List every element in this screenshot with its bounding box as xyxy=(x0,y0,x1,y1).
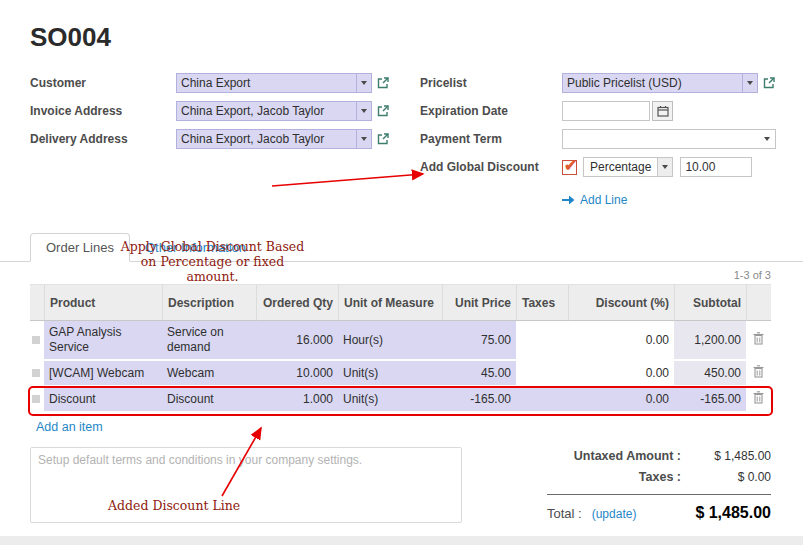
page-title: SO004 xyxy=(30,22,803,53)
form-area: Customer China Export Invoice Address Ch… xyxy=(30,73,773,209)
delete-line-button[interactable] xyxy=(746,361,771,387)
cell-unit-price[interactable]: -165.00 xyxy=(442,387,516,413)
cell-discount[interactable]: 0.00 xyxy=(568,361,674,387)
delivery-address-dropdown-button[interactable] xyxy=(356,130,371,148)
invoice-address-dropdown-button[interactable] xyxy=(356,102,371,120)
drag-handle-icon xyxy=(32,336,40,344)
calendar-icon xyxy=(657,105,669,117)
external-link-icon xyxy=(376,132,390,146)
discount-amount-input[interactable] xyxy=(680,157,752,177)
cell-unit-of-measure[interactable]: Hour(s) xyxy=(338,321,442,361)
col-discount: Discount (%) xyxy=(568,284,674,321)
expiration-date-input[interactable] xyxy=(562,101,650,121)
order-line-row-2[interactable]: [WCAM] Webcam Webcam 10.000 Unit(s) 45.0… xyxy=(30,361,771,387)
pricelist-label: Pricelist xyxy=(420,76,562,90)
cell-taxes[interactable] xyxy=(516,387,568,413)
drag-handle-icon xyxy=(32,369,40,377)
pricelist-external-link-button[interactable] xyxy=(762,76,776,90)
delete-line-button[interactable] xyxy=(746,387,771,413)
sale-order-form: SO004 Customer China Export Invoice Addr… xyxy=(0,0,803,545)
global-discount-label: Add Global Discount xyxy=(420,160,562,174)
chevron-down-icon xyxy=(361,81,367,85)
col-ordered-qty: Ordered Qty xyxy=(256,284,338,321)
update-total-link[interactable]: (update) xyxy=(592,507,637,521)
customer-field[interactable]: China Export xyxy=(176,73,372,93)
order-line-row-1[interactable]: GAP Analysis Service Service on demand 1… xyxy=(30,321,771,361)
payment-term-select[interactable] xyxy=(562,129,776,149)
cell-subtotal: -165.00 xyxy=(674,387,746,413)
cell-description[interactable]: Service on demand xyxy=(162,321,256,361)
col-product: Product xyxy=(44,284,162,321)
col-unit-of-measure: Unit of Measure xyxy=(338,284,442,321)
terms-notes-input[interactable]: Setup default terms and conditions in yo… xyxy=(30,447,462,523)
footer-strip xyxy=(0,536,803,545)
cell-ordered-qty[interactable]: 10.000 xyxy=(256,361,338,387)
external-link-icon xyxy=(376,76,390,90)
delivery-address-external-link-button[interactable] xyxy=(376,132,390,146)
expiration-date-label: Expiration Date xyxy=(420,104,562,118)
cell-product[interactable]: Discount xyxy=(44,387,162,413)
total-row: Total : (update) $ 1,485.00 xyxy=(547,504,771,522)
cell-unit-of-measure[interactable]: Unit(s) xyxy=(338,361,442,387)
cell-description[interactable]: Discount xyxy=(162,387,256,413)
delivery-address-field-row: Delivery Address China Export, Jacob Tay… xyxy=(30,129,420,149)
calendar-button[interactable] xyxy=(652,101,673,121)
trash-icon xyxy=(753,365,764,378)
pricelist-field[interactable]: Public Pricelist (USD) xyxy=(562,73,758,93)
invoice-address-field[interactable]: China Export, Jacob Taylor xyxy=(176,101,372,121)
pricelist-field-row: Pricelist Public Pricelist (USD) xyxy=(420,73,776,93)
cell-ordered-qty[interactable]: 1.000 xyxy=(256,387,338,413)
cell-unit-price[interactable]: 75.00 xyxy=(442,321,516,361)
cell-taxes[interactable] xyxy=(516,321,568,361)
cell-unit-price[interactable]: 45.00 xyxy=(442,361,516,387)
discount-type-value: Percentage xyxy=(584,160,657,174)
cell-product[interactable]: GAP Analysis Service xyxy=(44,321,162,361)
cell-taxes[interactable] xyxy=(516,361,568,387)
cell-subtotal: 1,200.00 xyxy=(674,321,746,361)
cell-discount[interactable]: 0.00 xyxy=(568,387,674,413)
external-link-icon xyxy=(376,104,390,118)
trash-icon xyxy=(753,332,764,345)
untaxed-amount-label: Untaxed Amount : xyxy=(574,449,681,463)
untaxed-amount-value: $ 1,485.00 xyxy=(681,449,771,463)
col-subtotal: Subtotal xyxy=(674,284,746,321)
invoice-address-external-link-button[interactable] xyxy=(376,104,390,118)
invoice-address-value: China Export, Jacob Taylor xyxy=(177,104,356,118)
row-drag-handle[interactable] xyxy=(30,321,44,361)
pricelist-dropdown-button[interactable] xyxy=(742,74,757,92)
order-lines-table: Product Description Ordered Qty Unit of … xyxy=(30,284,771,413)
row-drag-handle[interactable] xyxy=(30,387,44,413)
col-actions xyxy=(746,284,771,321)
cell-description[interactable]: Webcam xyxy=(162,361,256,387)
trash-icon xyxy=(753,391,764,404)
drag-handle-icon xyxy=(32,395,40,403)
annotation-global-discount: Apply Global Discount Based on Percentag… xyxy=(115,239,310,284)
discount-type-dropdown-button[interactable] xyxy=(657,158,672,176)
chevron-down-icon xyxy=(747,81,753,85)
row-drag-handle[interactable] xyxy=(30,361,44,387)
add-an-item-link[interactable]: Add an item xyxy=(36,420,103,434)
customer-field-row: Customer China Export xyxy=(30,73,420,93)
chevron-down-icon xyxy=(662,165,668,169)
cell-ordered-qty[interactable]: 16.000 xyxy=(256,321,338,361)
delivery-address-field[interactable]: China Export, Jacob Taylor xyxy=(176,129,372,149)
order-line-row-discount[interactable]: Discount Discount 1.000 Unit(s) -165.00 … xyxy=(30,387,771,413)
pricelist-value: Public Pricelist (USD) xyxy=(563,76,742,90)
discount-type-select[interactable]: Percentage xyxy=(583,157,673,177)
cell-discount[interactable]: 0.00 xyxy=(568,321,674,361)
customer-external-link-button[interactable] xyxy=(376,76,390,90)
customer-label: Customer xyxy=(30,76,176,90)
add-line-button[interactable]: Add Line xyxy=(562,193,627,207)
payment-term-field-row: Payment Term xyxy=(420,129,776,149)
customer-dropdown-button[interactable] xyxy=(356,74,371,92)
arrow-right-icon xyxy=(562,195,575,205)
taxes-label: Taxes : xyxy=(639,470,681,484)
delete-line-button[interactable] xyxy=(746,321,771,361)
form-right-column: Pricelist Public Pricelist (USD) Expirat… xyxy=(420,73,776,209)
cell-product[interactable]: [WCAM] Webcam xyxy=(44,361,162,387)
cell-unit-of-measure[interactable]: Unit(s) xyxy=(338,387,442,413)
global-discount-checkbox[interactable] xyxy=(562,160,577,175)
form-left-column: Customer China Export Invoice Address Ch… xyxy=(30,73,420,209)
expiration-date-field-row: Expiration Date xyxy=(420,101,776,121)
invoice-address-label: Invoice Address xyxy=(30,104,176,118)
